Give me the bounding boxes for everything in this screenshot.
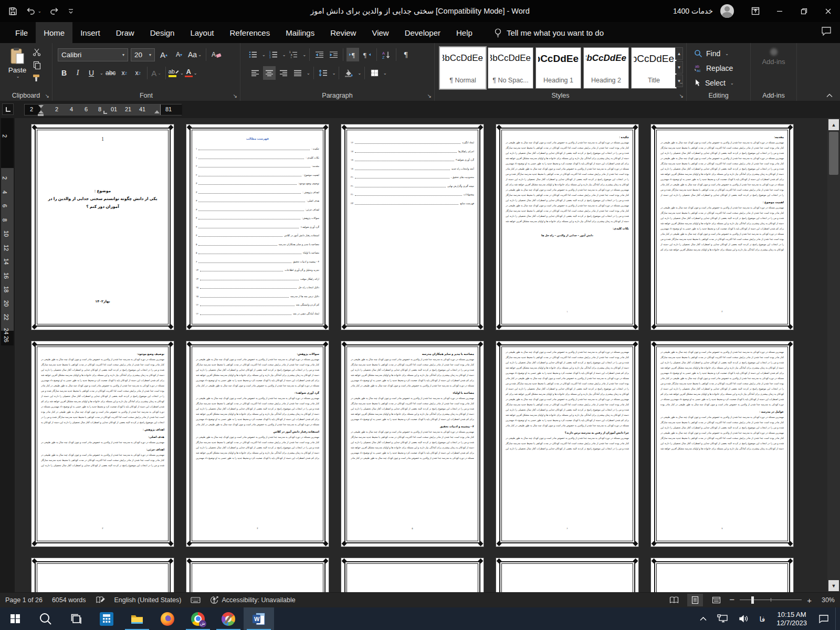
- tab-stop-marker[interactable]: [103, 111, 107, 114]
- bullets-dropdown-icon[interactable]: ⌄: [262, 52, 266, 57]
- zoom-slider[interactable]: [740, 594, 802, 606]
- tab-help[interactable]: Help: [448, 22, 480, 43]
- numbering-button[interactable]: 123: [267, 48, 280, 61]
- replace-button[interactable]: abac Replace: [694, 61, 734, 76]
- shading-button[interactable]: [342, 66, 355, 80]
- qat-customize-button[interactable]: [68, 7, 74, 15]
- network-icon[interactable]: [713, 607, 732, 630]
- styles-scroll-up-button[interactable]: ▲: [675, 47, 683, 60]
- style-card-heading-1[interactable]: AaBbCcDdEeHeading 1: [536, 47, 581, 89]
- restore-button[interactable]: [792, 0, 816, 22]
- document-page[interactable]: [651, 558, 793, 592]
- comments-button[interactable]: [821, 26, 832, 36]
- tab-insert[interactable]: Insert: [72, 22, 108, 43]
- document-page[interactable]: ایجاد انگیزه۱۶اجرای راهکارها۱۷گرد آوری ش…: [341, 124, 484, 330]
- tray-chevron-button[interactable]: [696, 607, 711, 630]
- minimize-button[interactable]: [768, 0, 792, 22]
- find-button[interactable]: Find⌄: [694, 46, 734, 61]
- align-left-button[interactable]: [249, 66, 261, 80]
- strikethrough-button[interactable]: abc: [104, 66, 117, 80]
- bullets-button[interactable]: [247, 48, 259, 61]
- hanging-indent-marker[interactable]: [38, 110, 44, 113]
- change-case-button[interactable]: Aa⌄: [188, 48, 202, 61]
- document-page[interactable]: مقدمه:مهمترین مسئله در دوره کودکی به مدر…: [651, 124, 793, 330]
- select-button[interactable]: Select⌄: [694, 76, 734, 90]
- undo-button[interactable]: ⌄: [26, 7, 41, 15]
- action-center-button[interactable]: [814, 607, 833, 630]
- justify-button[interactable]: [291, 66, 304, 80]
- clipboard-dialog-launcher[interactable]: ↘: [45, 93, 49, 99]
- account-avatar[interactable]: [720, 4, 734, 18]
- clear-formatting-button[interactable]: A: [211, 48, 223, 61]
- styles-more-button[interactable]: ▼̲: [675, 75, 683, 87]
- tab-layout[interactable]: Layout: [182, 22, 222, 43]
- increase-indent-button[interactable]: [327, 48, 340, 61]
- multilevel-list-button[interactable]: 1ai: [287, 48, 300, 61]
- shading-dropdown-icon[interactable]: ⌄: [358, 71, 361, 76]
- grow-font-button[interactable]: A▴: [158, 48, 170, 61]
- tab-home[interactable]: Home: [36, 22, 72, 43]
- scrollbar-thumb[interactable]: [829, 132, 838, 175]
- zoom-percentage[interactable]: 30%: [817, 596, 835, 604]
- tab-references[interactable]: References: [222, 22, 278, 43]
- document-page[interactable]: [32, 558, 174, 592]
- document-page[interactable]: سوالات پژوهش:مهمترین مسئله در دوره کودکی…: [186, 341, 329, 547]
- vertical-ruler[interactable]: 22468101214161820222426: [1, 118, 14, 345]
- tab-review[interactable]: Review: [322, 22, 364, 43]
- tab-stop-selector[interactable]: [2, 103, 14, 115]
- keyboard-icon[interactable]: [191, 596, 201, 604]
- line-spacing-button[interactable]: [317, 66, 330, 80]
- zoom-in-button[interactable]: +: [807, 596, 812, 605]
- underline-button[interactable]: U: [85, 66, 98, 80]
- borders-button[interactable]: [368, 66, 381, 80]
- document-page[interactable]: [496, 558, 638, 592]
- first-line-indent-marker[interactable]: [38, 105, 44, 108]
- right-indent-marker[interactable]: [154, 110, 160, 113]
- document-page[interactable]: مهمترین مسئله در دوره کودکی به مدرسه جدا…: [496, 341, 638, 547]
- tab-design[interactable]: Design: [142, 22, 183, 43]
- shrink-font-button[interactable]: A▾: [173, 48, 185, 61]
- superscript-button[interactable]: x2: [132, 66, 144, 80]
- document-page[interactable]: [341, 558, 484, 592]
- document-canvas[interactable]: 1موضوع :یکی از دانش چگونه توانستم سختی ج…: [15, 118, 827, 592]
- font-family-combobox[interactable]: Calibri▾: [58, 48, 128, 61]
- align-center-button[interactable]: [263, 66, 276, 80]
- font-dialog-launcher[interactable]: ↘: [233, 93, 237, 99]
- styles-scroll-down-button[interactable]: ▼: [675, 61, 683, 74]
- justify-dropdown-icon[interactable]: ⌄: [307, 71, 310, 76]
- align-right-button[interactable]: [277, 66, 290, 80]
- rtl-direction-button[interactable]: ¶: [361, 48, 373, 61]
- vertical-scrollbar[interactable]: ▲ ▼: [827, 118, 840, 592]
- web-layout-button[interactable]: [708, 594, 724, 606]
- sort-button[interactable]: AZ: [380, 48, 393, 61]
- document-page[interactable]: [186, 558, 329, 592]
- left-indent-marker[interactable]: [38, 114, 44, 116]
- accessibility-status[interactable]: Accessibility: Unavailable: [210, 596, 295, 604]
- taskbar-file-explorer-button[interactable]: [122, 607, 152, 630]
- line-spacing-dropdown-icon[interactable]: ⌄: [332, 71, 336, 76]
- underline-dropdown-icon[interactable]: ⌄: [100, 71, 103, 76]
- taskbar-word-button[interactable]: W: [244, 607, 274, 630]
- zoom-out-button[interactable]: −: [729, 595, 734, 605]
- volume-icon[interactable]: [734, 607, 753, 630]
- cut-button[interactable]: [33, 48, 41, 56]
- scrollbar-up-button[interactable]: ▲: [828, 119, 839, 130]
- start-button[interactable]: [0, 607, 30, 630]
- tab-mailings[interactable]: Mailings: [278, 22, 322, 43]
- word-count[interactable]: 6054 words: [52, 596, 86, 604]
- subscript-button[interactable]: x2: [118, 66, 131, 80]
- addins-button[interactable]: Add-ins: [751, 48, 796, 66]
- tab-developer[interactable]: Developer: [397, 22, 448, 43]
- taskbar-paint-button[interactable]: [213, 607, 244, 630]
- zoom-slider-thumb[interactable]: [751, 596, 754, 604]
- numbering-dropdown-icon[interactable]: ⌄: [282, 52, 286, 57]
- taskbar-chrome-button[interactable]: ش: [183, 607, 213, 630]
- borders-dropdown-icon[interactable]: ⌄: [383, 71, 387, 76]
- account-name[interactable]: خدمات 1400: [673, 7, 713, 15]
- taskbar-calculator-button[interactable]: [91, 607, 122, 630]
- horizontal-ruler[interactable]: 2246801214181: [24, 104, 182, 116]
- document-page[interactable]: چکیده :مهمترین مسئله در دوره کودکی به مد…: [496, 124, 638, 330]
- tab-view[interactable]: View: [364, 22, 396, 43]
- ribbon-display-options-button[interactable]: [743, 0, 768, 22]
- paste-button[interactable]: Paste ⌄: [5, 47, 29, 79]
